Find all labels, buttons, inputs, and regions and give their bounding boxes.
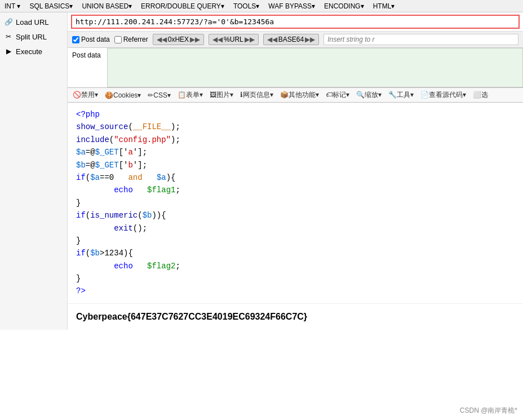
menu-int[interactable]: INT ▾ <box>0 1 25 11</box>
source-line-15: ?> <box>76 285 515 297</box>
base64-label: BASE64 <box>278 36 304 43</box>
url-arrow-left: ◀◀ <box>212 36 223 43</box>
btool-images[interactable]: 🖼图片▾ <box>207 89 236 101</box>
btool-other[interactable]: 📦其他功能▾ <box>277 89 322 101</box>
source-line-4: $a=@$_GET['a']; <box>76 146 515 158</box>
menu-encoding[interactable]: ENCODING▾ <box>320 1 369 11</box>
hex-label: 0xHEX <box>168 36 189 43</box>
btool-zoom[interactable]: 🔍缩放▾ <box>353 89 384 101</box>
toolbar-row: Post data Referrer ◀◀ 0xHEX ▶▶ ◀◀ %URL ▶… <box>68 32 523 48</box>
source-line-7: echo $flag1; <box>76 184 515 196</box>
menu-sql-basics[interactable]: SQL BASICS▾ <box>25 1 77 11</box>
source-line-1: <?php <box>76 108 515 121</box>
sidebar-execute[interactable]: ▶ Execute <box>0 44 67 59</box>
menu-union-based[interactable]: UNION BASED▾ <box>77 1 136 11</box>
btool-disable[interactable]: 🚫禁用▾ <box>70 89 101 101</box>
btool-marks[interactable]: 🏷标记▾ <box>323 89 352 101</box>
split-url-icon: ✂ <box>3 32 14 42</box>
btool-select[interactable]: ⬜选 <box>470 89 491 101</box>
btool-viewsource[interactable]: 📄查看源代码▾ <box>418 89 469 101</box>
referrer-check[interactable] <box>114 36 122 43</box>
url-input[interactable] <box>71 15 520 29</box>
url-arrow-right: ▶▶ <box>245 36 255 43</box>
source-line-12: if($b>1234){ <box>76 247 515 259</box>
base64-arrow-left: ◀◀ <box>267 36 277 43</box>
referrer-checkbox[interactable]: Referrer <box>114 36 148 43</box>
post-data-check[interactable] <box>72 36 79 43</box>
sidebar-load-url[interactable]: 🔗 Load URL <box>0 15 67 29</box>
source-line-10: exit(); <box>76 222 515 235</box>
post-data-label: Post data <box>81 36 110 43</box>
watermark: CSDN @南岸青桅* <box>460 406 517 415</box>
postdata-row: Post data <box>68 48 523 87</box>
base64-arrow-right: ▶▶ <box>305 36 315 43</box>
source-line-2: show_source(__FILE__); <box>76 121 515 133</box>
btool-css[interactable]: ✏CSS▾ <box>145 90 174 100</box>
url-bar <box>68 12 523 32</box>
watermark-text: CSDN @南岸青桅* <box>460 406 517 414</box>
postdata-textarea[interactable] <box>107 48 523 87</box>
url-btn[interactable]: ◀◀ %URL ▶▶ <box>209 34 259 45</box>
source-line-3: include("config.php"); <box>76 134 515 146</box>
hex-arrow-left: ◀◀ <box>157 36 167 43</box>
browser-toolbar: 🚫禁用▾ 🍪Cookies▾ ✏CSS▾ 📋表单▾ 🖼图片▾ ℹ网页信息▾ 📦其… <box>68 87 523 103</box>
menu-tools[interactable]: TOOLS▾ <box>229 1 264 11</box>
source-line-9: if(is_numeric($b)){ <box>76 209 515 222</box>
base64-btn[interactable]: ◀◀ BASE64 ▶▶ <box>263 34 319 45</box>
post-data-checkbox[interactable]: Post data <box>72 36 110 43</box>
sidebar: 🔗 Load URL ✂ Split URL ▶ Execute <box>0 12 68 330</box>
referrer-label: Referrer <box>123 36 148 43</box>
main-layout: 🔗 Load URL ✂ Split URL ▶ Execute Post da… <box>0 12 523 330</box>
sidebar-split-url-label: Split URL <box>16 33 47 41</box>
source-line-13: echo $flag2; <box>76 260 515 272</box>
source-line-5: $b=@$_GET['b']; <box>76 159 515 171</box>
flag-area: Cyberpeace{647E37C7627CC3E4019EC69324F66… <box>68 303 523 330</box>
sidebar-execute-label: Execute <box>16 47 42 56</box>
sidebar-load-url-label: Load URL <box>16 18 49 26</box>
flag-text: Cyberpeace{647E37C7627CC3E4019EC69324F66… <box>76 312 307 321</box>
btool-cookies[interactable]: 🍪Cookies▾ <box>102 90 144 100</box>
hex-arrow-right: ▶▶ <box>190 36 200 43</box>
btool-tools[interactable]: 🔧工具▾ <box>385 89 416 101</box>
url-label: %URL <box>224 36 243 43</box>
source-line-8: } <box>76 197 515 209</box>
menu-waf-bypass[interactable]: WAF BYPASS▾ <box>264 1 320 11</box>
menu-bar: INT ▾ SQL BASICS▾ UNION BASED▾ ERROR/DOU… <box>0 0 523 12</box>
menu-error-double-query[interactable]: ERROR/DOUBLE QUERY▾ <box>136 1 229 11</box>
execute-icon: ▶ <box>3 46 14 56</box>
source-area: <?php show_source(__FILE__); include("co… <box>68 103 523 303</box>
source-line-6: if($a==0 and $a){ <box>76 171 515 184</box>
menu-html[interactable]: HTML▾ <box>369 1 400 11</box>
insert-string-field[interactable] <box>323 34 518 45</box>
load-url-icon: 🔗 <box>3 17 14 27</box>
hex-btn[interactable]: ◀◀ 0xHEX ▶▶ <box>153 34 204 45</box>
sidebar-split-url[interactable]: ✂ Split URL <box>0 29 67 44</box>
source-line-11: } <box>76 235 515 247</box>
btool-pageinfo[interactable]: ℹ网页信息▾ <box>237 89 276 101</box>
postdata-label: Post data <box>68 48 107 87</box>
content-area: Post data Referrer ◀◀ 0xHEX ▶▶ ◀◀ %URL ▶… <box>68 12 523 330</box>
btool-forms[interactable]: 📋表单▾ <box>175 89 206 101</box>
source-line-14: } <box>76 272 515 285</box>
